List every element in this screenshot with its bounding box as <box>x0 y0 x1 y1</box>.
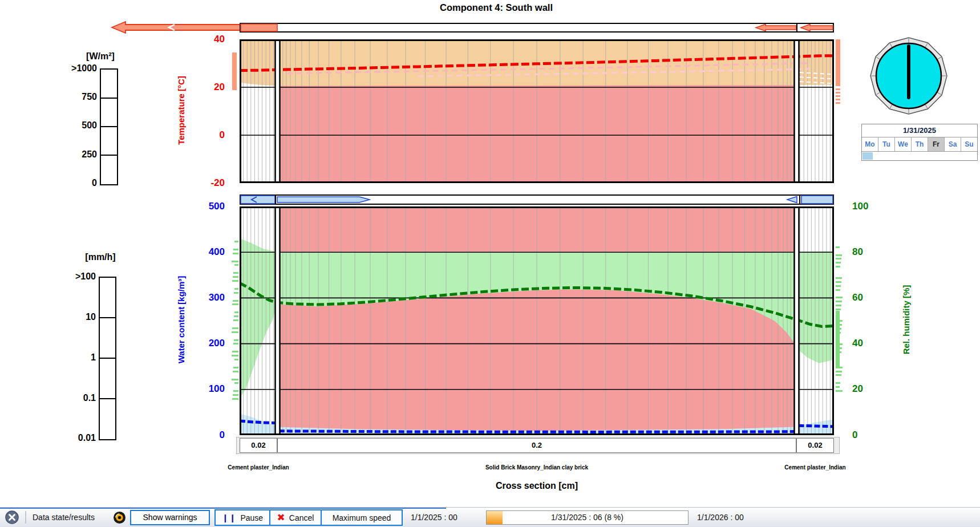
calendar-day-su: Su <box>961 137 977 151</box>
layer-width-middle: 0.2 <box>277 438 796 453</box>
tick-label: 40 <box>168 33 225 46</box>
rel-humidity-axis-label: Rel. humidity [%] <box>901 269 911 371</box>
heat-flux-scale-unit: [W/m²] <box>66 51 135 62</box>
tick-label: >1000 <box>40 62 97 75</box>
temperature-axis-label: Temperature [°C] <box>176 65 186 156</box>
calendar-day-row: MoTuWeThFrSaSu <box>862 137 977 152</box>
tick-label: 750 <box>40 91 97 103</box>
temperature-chart <box>240 39 834 183</box>
tick-label: 0 <box>40 177 97 189</box>
water-content-axis-label: Water content [kg/m³] <box>176 257 186 383</box>
pause-label: Pause <box>240 513 263 522</box>
data-state-label: Data state/results <box>33 508 95 527</box>
data-state-led-icon <box>113 511 126 524</box>
stop-icon[interactable] <box>5 510 19 524</box>
cancel-icon: ✖ <box>277 513 285 522</box>
tick-label: 0 <box>168 129 225 141</box>
statusbar-divider <box>25 511 26 524</box>
tick-label: 300 <box>168 291 225 304</box>
tick-label: 500 <box>40 119 97 132</box>
material-label-right: Cement plaster_Indian <box>758 464 872 471</box>
calendar-progress-strip <box>862 152 977 160</box>
tick-label: 0.01 <box>39 432 96 444</box>
simulation-controls: ❙❙ Pause ✖ Cancel Maximum speed <box>214 509 403 526</box>
calendar-day-mo: Mo <box>862 137 878 151</box>
tick-label: 20 <box>852 383 904 395</box>
tick-label: 1 <box>39 351 96 364</box>
tick-label: 0 <box>168 429 225 441</box>
moisture-flux-bar <box>240 194 834 205</box>
moisture-chart <box>240 206 834 435</box>
calendar-day-th: Th <box>912 137 928 151</box>
tick-label: 500 <box>168 200 225 213</box>
maximum-speed-button[interactable]: Maximum speed <box>322 510 402 525</box>
tick-label: 200 <box>168 337 225 350</box>
rain-flux-scale-unit: [mm/h] <box>66 252 135 262</box>
calendar-day-sa: Sa <box>945 137 961 151</box>
heat-flux-arrow-icon <box>107 21 243 34</box>
tick-label: 100 <box>852 200 904 213</box>
simulation-progress-bar: 1/31/2025 : 06 (8 %) <box>486 510 689 525</box>
exterior-temp-indicator <box>232 52 237 90</box>
show-warnings-button[interactable]: Show warnings <box>130 510 210 525</box>
calendar-day-fr: Fr <box>928 137 945 151</box>
calendar-day-we: We <box>895 137 912 151</box>
tick-label: >100 <box>39 270 96 283</box>
maximum-speed-label: Maximum speed <box>333 513 391 522</box>
pause-button[interactable]: ❙❙ Pause <box>216 510 270 525</box>
sim-start-time: 1/1/2025 : 00 <box>411 508 457 527</box>
wufi-simulation-window: { "title": "Component 4: South wall", "f… <box>0 0 980 527</box>
tick-label: 100 <box>168 383 225 395</box>
calendar-day-tu: Tu <box>878 137 895 151</box>
layer-width-left: 0.02 <box>240 438 277 453</box>
tick-label: -20 <box>168 177 225 189</box>
tick-label: 10 <box>39 311 96 323</box>
calendar-widget: 1/31/2025 MoTuWeThFrSaSu <box>861 124 978 161</box>
heat-flux-scale-bar <box>100 68 118 185</box>
status-bar: Data state/results Show warnings ❙❙ Paus… <box>0 507 980 527</box>
tick-label: 40 <box>852 337 904 350</box>
tick-label: 0 <box>852 429 904 441</box>
cancel-label: Cancel <box>289 513 314 522</box>
progress-current-time: 1/31/2025 : 06 (8 %) <box>487 511 688 524</box>
tick-label: 60 <box>852 291 904 304</box>
page-title: Component 4: South wall <box>297 2 696 13</box>
tick-label: 250 <box>40 148 97 161</box>
tick-label: 20 <box>168 81 225 94</box>
cross-section-axis-title: Cross section [cm] <box>423 481 651 491</box>
clock-icon <box>867 34 950 117</box>
calendar-progress-fill <box>862 152 873 160</box>
material-label-middle: Solid Brick Masonry_Indian clay brick <box>423 464 651 471</box>
pause-icon: ❙❙ <box>222 513 236 522</box>
sim-end-time: 1/1/2026 : 00 <box>697 508 744 527</box>
heat-flux-bar <box>240 23 834 33</box>
material-label-left: Cement plaster_Indian <box>201 464 315 471</box>
tick-label: 80 <box>852 246 904 258</box>
calendar-date: 1/31/2025 <box>862 124 977 137</box>
cancel-button[interactable]: ✖ Cancel <box>270 510 322 525</box>
rain-flux-scale-bar <box>99 277 116 440</box>
layer-width-right: 0.02 <box>796 438 834 453</box>
tick-label: 400 <box>168 246 225 258</box>
tick-label: 0.1 <box>39 392 96 404</box>
